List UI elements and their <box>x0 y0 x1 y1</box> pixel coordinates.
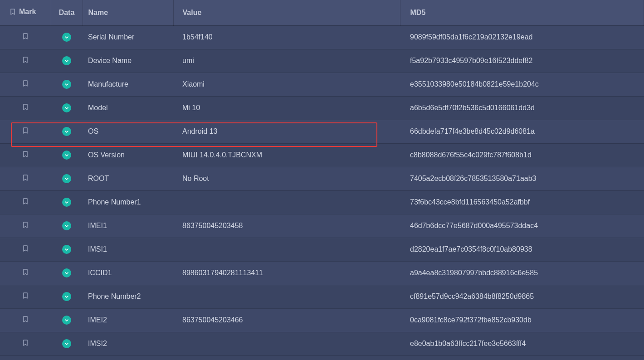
cell-value: Xiaomi <box>173 73 400 96</box>
checkmark-down-icon[interactable] <box>62 103 71 112</box>
table-row[interactable]: Phone Number2cf891e57d9cc942a6384b8f8250… <box>0 285 644 308</box>
cell-data[interactable] <box>51 285 83 308</box>
cell-data[interactable] <box>51 143 83 167</box>
cell-data[interactable] <box>51 167 83 190</box>
checkmark-down-icon[interactable] <box>62 56 71 65</box>
checkmark-down-icon[interactable] <box>62 151 71 160</box>
bookmark-icon[interactable] <box>22 55 29 64</box>
table-row[interactable]: IMEI186375004520345846d7b6dcc77e5687d000… <box>0 214 644 238</box>
bookmark-icon[interactable] <box>22 32 29 41</box>
cell-md5: e3551033980e50184b0821e59e1b204c <box>400 73 644 96</box>
table-row[interactable]: IMSI1d2820ea1f7ae7c0354f8c0f10ab80938 <box>0 238 644 261</box>
cell-md5: 73f6bc43cce8bfd116563450a52afbbf <box>400 190 644 214</box>
cell-md5: 9089f59df05da1f6c219a02132e19ead <box>400 25 644 49</box>
table-row[interactable]: OSAndroid 1366dbdefa717f4e3be8d45c02d9d6… <box>0 120 644 143</box>
header-name[interactable]: Name <box>83 0 173 25</box>
bookmark-icon[interactable] <box>22 291 29 300</box>
bookmark-icon[interactable] <box>22 244 29 253</box>
table-row[interactable]: IMEI28637500452034660ca9081fc8ce792f372f… <box>0 308 644 332</box>
cell-md5: a6b5d6e5df70f2b536c5d0166061dd3d <box>400 96 644 120</box>
checkmark-down-icon[interactable] <box>62 339 71 348</box>
cell-mark[interactable] <box>0 25 51 49</box>
cell-mark[interactable] <box>0 143 51 167</box>
table-row[interactable]: IMSI2e8e0ab1b0a63ffcc217fee3e5663fff4 <box>0 332 644 355</box>
cell-name: ICCID1 <box>83 261 173 285</box>
bookmark-icon[interactable] <box>22 220 29 229</box>
cell-name: OS <box>83 120 173 143</box>
cell-value <box>173 238 400 261</box>
cell-data[interactable] <box>51 238 83 261</box>
cell-md5: 46d7b6dcc77e5687d000a495573ddac4 <box>400 214 644 238</box>
table-row[interactable]: ROOTNo Root7405a2ecb08f26c7853513580a71a… <box>0 167 644 190</box>
checkmark-down-icon[interactable] <box>62 316 71 325</box>
bookmark-icon[interactable] <box>22 102 29 112</box>
cell-md5: e8e0ab1b0a63ffcc217fee3e5663fff4 <box>400 332 644 355</box>
cell-data[interactable] <box>51 49 83 73</box>
cell-data[interactable] <box>51 96 83 120</box>
checkmark-down-icon[interactable] <box>62 292 71 301</box>
header-value[interactable]: Value <box>173 0 400 25</box>
checkmark-down-icon[interactable] <box>62 80 71 89</box>
cell-md5: d2820ea1f7ae7c0354f8c0f10ab80938 <box>400 238 644 261</box>
header-value-label: Value <box>183 9 202 16</box>
cell-md5: cf891e57d9cc942a6384b8f8250d9865 <box>400 285 644 308</box>
table-row[interactable]: ModelMi 10a6b5d6e5df70f2b536c5d0166061dd… <box>0 96 644 120</box>
bookmark-icon[interactable] <box>22 338 29 347</box>
cell-name: OS Version <box>83 143 173 167</box>
cell-value: 89860317940281113411 <box>173 261 400 285</box>
checkmark-down-icon[interactable] <box>62 127 71 136</box>
checkmark-down-icon[interactable] <box>62 33 71 42</box>
checkmark-down-icon[interactable] <box>62 245 71 254</box>
cell-mark[interactable] <box>0 73 51 96</box>
bookmark-icon[interactable] <box>22 79 29 88</box>
cell-mark[interactable] <box>0 96 51 120</box>
table-row[interactable]: Device Nameumif5a92b7933c49597b09e16f523… <box>0 49 644 73</box>
cell-name: IMSI2 <box>83 332 173 355</box>
header-mark[interactable]: Mark <box>0 0 51 25</box>
cell-mark[interactable] <box>0 308 51 332</box>
header-md5[interactable]: MD5 <box>400 0 644 25</box>
cell-data[interactable] <box>51 214 83 238</box>
cell-data[interactable] <box>51 261 83 285</box>
cell-value <box>173 285 400 308</box>
checkmark-down-icon[interactable] <box>62 268 71 277</box>
table-row[interactable]: Phone Number173f6bc43cce8bfd116563450a52… <box>0 190 644 214</box>
cell-data[interactable] <box>51 25 83 49</box>
cell-data[interactable] <box>51 308 83 332</box>
cell-value: 863750045203466 <box>173 308 400 332</box>
cell-data[interactable] <box>51 73 83 96</box>
cell-mark[interactable] <box>0 190 51 214</box>
table-header-row: Mark Data Name Value MD5 <box>0 0 644 25</box>
table-row[interactable]: ICCID189860317940281113411a9a4ea8c319807… <box>0 261 644 285</box>
checkmark-down-icon[interactable] <box>62 221 71 230</box>
bookmark-icon[interactable] <box>22 150 29 159</box>
table-row[interactable]: Serial Number1b54f1409089f59df05da1f6c21… <box>0 25 644 49</box>
cell-data[interactable] <box>51 190 83 214</box>
cell-name: Serial Number <box>83 25 173 49</box>
cell-mark[interactable] <box>0 167 51 190</box>
cell-mark[interactable] <box>0 285 51 308</box>
cell-mark[interactable] <box>0 332 51 355</box>
bookmark-icon[interactable] <box>22 197 29 206</box>
cell-mark[interactable] <box>0 214 51 238</box>
bookmark-icon[interactable] <box>22 268 29 277</box>
cell-value <box>173 190 400 214</box>
cell-mark[interactable] <box>0 49 51 73</box>
cell-name: Device Name <box>83 49 173 73</box>
bookmark-icon[interactable] <box>22 173 29 182</box>
bookmark-icon[interactable] <box>22 315 29 324</box>
checkmark-down-icon[interactable] <box>62 198 71 207</box>
cell-mark[interactable] <box>0 238 51 261</box>
cell-name: IMSI1 <box>83 238 173 261</box>
table-row[interactable]: OS VersionMIUI 14.0.4.0.TJBCNXMc8b8088d6… <box>0 143 644 167</box>
cell-md5: c8b8088d676f55c4c029fc787f608b1d <box>400 143 644 167</box>
cell-data[interactable] <box>51 120 83 143</box>
bookmark-icon[interactable] <box>22 126 29 135</box>
cell-data[interactable] <box>51 332 83 355</box>
header-data[interactable]: Data <box>51 0 83 25</box>
checkmark-down-icon[interactable] <box>62 174 71 183</box>
table-row[interactable]: ManufactureXiaomie3551033980e50184b0821e… <box>0 73 644 96</box>
cell-mark[interactable] <box>0 261 51 285</box>
cell-mark[interactable] <box>0 120 51 143</box>
cell-name: ROOT <box>83 167 173 190</box>
